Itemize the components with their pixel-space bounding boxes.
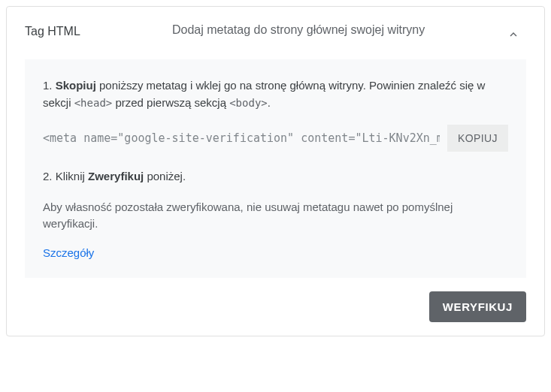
step-1-prefix: 1.	[43, 79, 56, 92]
chevron-up-icon	[507, 28, 520, 41]
step-1-text-c: .	[268, 96, 271, 109]
verify-button[interactable]: WERYFIKUJ	[429, 291, 526, 322]
card-header[interactable]: Tag HTML Dodaj metatag do strony głównej…	[7, 7, 544, 59]
step-1: 1. Skopiuj poniższy metatag i wklej go n…	[43, 77, 508, 111]
verification-note: Aby własność pozostała zweryfikowana, ni…	[43, 199, 508, 233]
header-title: Tag HTML	[25, 22, 160, 38]
step-1-mono-b: <body>	[229, 97, 268, 109]
step-1-text-b: przed pierwszą sekcją	[112, 96, 229, 109]
step-1-bold: Skopiuj	[56, 79, 96, 92]
step-2-prefix: 2. Kliknij	[43, 170, 88, 182]
header-subtitle: Dodaj metatag do strony głównej swojej w…	[172, 22, 489, 38]
copy-button[interactable]: KOPIUJ	[447, 125, 508, 152]
step-2-bold: Zweryfikuj	[88, 170, 144, 182]
card-footer: WERYFIKUJ	[7, 278, 544, 336]
step-2: 2. Kliknij Zweryfikuj poniżej.	[43, 168, 508, 185]
card-body: 1. Skopiuj poniższy metatag i wklej go n…	[25, 59, 526, 278]
verification-card: Tag HTML Dodaj metatag do strony głównej…	[6, 6, 545, 336]
step-1-mono-a: <head>	[74, 97, 113, 109]
meta-tag-row: <meta name="google-site-verification" co…	[43, 125, 508, 152]
step-2-suffix: poniżej.	[144, 170, 186, 182]
collapse-toggle[interactable]	[501, 22, 526, 47]
details-link[interactable]: Szczegóły	[43, 246, 94, 259]
meta-tag-code[interactable]: <meta name="google-site-verification" co…	[43, 127, 440, 149]
